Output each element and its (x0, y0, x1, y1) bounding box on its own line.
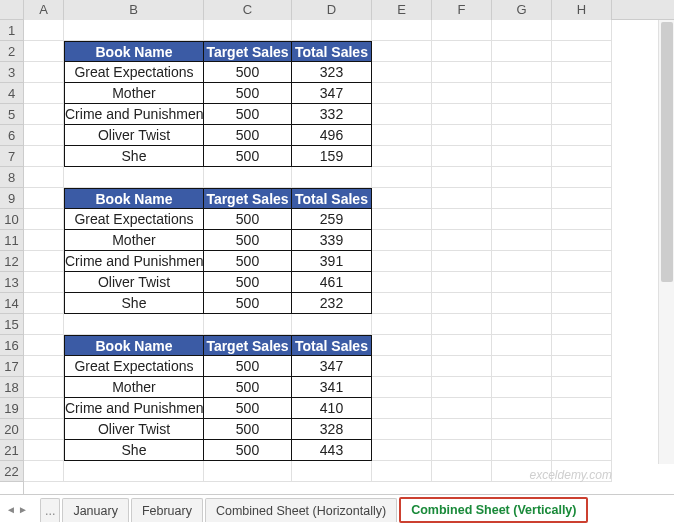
table-header[interactable]: Total Sales (292, 335, 372, 356)
cell-book[interactable]: Crime and Punishment (64, 398, 204, 419)
cell-target[interactable]: 500 (204, 251, 292, 272)
vertical-scrollbar[interactable] (658, 20, 674, 464)
table-header[interactable]: Target Sales (204, 188, 292, 209)
row-header[interactable]: 16 (0, 335, 23, 356)
row-header[interactable]: 17 (0, 356, 23, 377)
cell-total[interactable]: 410 (292, 398, 372, 419)
col-header-G[interactable]: G (492, 0, 552, 20)
cell-book[interactable]: Great Expectations (64, 209, 204, 230)
row-headers: 1 2 3 4 5 6 7 8 9 10 11 12 13 14 15 16 1… (0, 20, 24, 494)
col-header-F[interactable]: F (432, 0, 492, 20)
cell-book[interactable]: Mother (64, 83, 204, 104)
cell-total[interactable]: 391 (292, 251, 372, 272)
scrollbar-thumb[interactable] (661, 22, 673, 282)
watermark: exceldemy.com (530, 468, 612, 482)
cell-total[interactable]: 443 (292, 440, 372, 461)
table-header[interactable]: Book Name (64, 335, 204, 356)
cell-book[interactable]: Mother (64, 230, 204, 251)
row-header[interactable]: 4 (0, 83, 23, 104)
col-header-H[interactable]: H (552, 0, 612, 20)
row-header[interactable]: 10 (0, 209, 23, 230)
row-header[interactable]: 21 (0, 440, 23, 461)
cell-book[interactable]: Oliver Twist (64, 419, 204, 440)
row-header[interactable]: 5 (0, 104, 23, 125)
cell-book[interactable]: Crime and Punishment (64, 104, 204, 125)
tab-nav-next-icon[interactable]: ► (18, 503, 28, 517)
cell-total[interactable]: 347 (292, 356, 372, 377)
cell-total[interactable]: 232 (292, 293, 372, 314)
cell-total[interactable]: 341 (292, 377, 372, 398)
row-header[interactable]: 6 (0, 125, 23, 146)
row-header[interactable]: 13 (0, 272, 23, 293)
cell-target[interactable]: 500 (204, 230, 292, 251)
table-header[interactable]: Target Sales (204, 41, 292, 62)
cell-book[interactable]: Crime and Punishment (64, 251, 204, 272)
cell-book[interactable]: Oliver Twist (64, 272, 204, 293)
row-header[interactable]: 2 (0, 41, 23, 62)
row-header[interactable]: 7 (0, 146, 23, 167)
select-all-corner[interactable] (0, 0, 24, 20)
cell-book[interactable]: Great Expectations (64, 356, 204, 377)
cell-target[interactable]: 500 (204, 104, 292, 125)
cell-target[interactable]: 500 (204, 272, 292, 293)
column-headers: A B C D E F G H (0, 0, 674, 20)
row-header[interactable]: 11 (0, 230, 23, 251)
cell-total[interactable]: 259 (292, 209, 372, 230)
cells-area[interactable]: Book Name Target Sales Total Sales Great… (24, 20, 674, 494)
tab-nav-prev-icon[interactable]: ◄ (6, 503, 16, 517)
cell-total[interactable]: 347 (292, 83, 372, 104)
cell-target[interactable]: 500 (204, 125, 292, 146)
tab-ellipsis[interactable]: ... (40, 498, 60, 522)
cell-total[interactable]: 461 (292, 272, 372, 293)
cell-target[interactable]: 500 (204, 419, 292, 440)
cell-target[interactable]: 500 (204, 146, 292, 167)
row-header[interactable]: 8 (0, 167, 23, 188)
cell-total[interactable]: 159 (292, 146, 372, 167)
cell-total[interactable]: 332 (292, 104, 372, 125)
row-header[interactable]: 20 (0, 419, 23, 440)
cell-target[interactable]: 500 (204, 293, 292, 314)
tab-combined-horizontal[interactable]: Combined Sheet (Horizontally) (205, 498, 397, 522)
table-header[interactable]: Total Sales (292, 188, 372, 209)
cell-target[interactable]: 500 (204, 62, 292, 83)
row-header[interactable]: 9 (0, 188, 23, 209)
table-header[interactable]: Book Name (64, 41, 204, 62)
spreadsheet-grid: A B C D E F G H 1 2 3 4 5 6 7 8 9 10 11 … (0, 0, 674, 494)
cell-book[interactable]: Mother (64, 377, 204, 398)
col-header-D[interactable]: D (292, 0, 372, 20)
col-header-E[interactable]: E (372, 0, 432, 20)
row-header[interactable]: 1 (0, 20, 23, 41)
row-header[interactable]: 15 (0, 314, 23, 335)
tab-january[interactable]: January (62, 498, 128, 522)
table-header[interactable]: Target Sales (204, 335, 292, 356)
row-header[interactable]: 3 (0, 62, 23, 83)
cell-book[interactable]: She (64, 293, 204, 314)
row-header[interactable]: 18 (0, 377, 23, 398)
col-header-C[interactable]: C (204, 0, 292, 20)
cell-total[interactable]: 339 (292, 230, 372, 251)
cell-total[interactable]: 323 (292, 62, 372, 83)
tab-february[interactable]: February (131, 498, 203, 522)
cell-total[interactable]: 328 (292, 419, 372, 440)
sheet-tab-strip: ◄ ► ... January February Combined Sheet … (0, 494, 674, 524)
cell-target[interactable]: 500 (204, 440, 292, 461)
row-header[interactable]: 22 (0, 461, 23, 482)
col-header-A[interactable]: A (24, 0, 64, 20)
tab-combined-vertical[interactable]: Combined Sheet (Vertically) (399, 497, 588, 523)
cell-book[interactable]: Great Expectations (64, 62, 204, 83)
cell-total[interactable]: 496 (292, 125, 372, 146)
cell-target[interactable]: 500 (204, 377, 292, 398)
cell-target[interactable]: 500 (204, 83, 292, 104)
row-header[interactable]: 14 (0, 293, 23, 314)
row-header[interactable]: 12 (0, 251, 23, 272)
table-header[interactable]: Book Name (64, 188, 204, 209)
col-header-B[interactable]: B (64, 0, 204, 20)
cell-target[interactable]: 500 (204, 398, 292, 419)
cell-target[interactable]: 500 (204, 209, 292, 230)
cell-book[interactable]: She (64, 440, 204, 461)
row-header[interactable]: 19 (0, 398, 23, 419)
cell-book[interactable]: Oliver Twist (64, 125, 204, 146)
table-header[interactable]: Total Sales (292, 41, 372, 62)
cell-target[interactable]: 500 (204, 356, 292, 377)
cell-book[interactable]: She (64, 146, 204, 167)
